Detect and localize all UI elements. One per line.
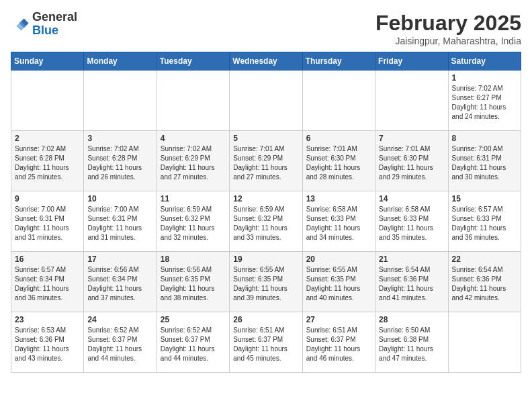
day-number: 1 <box>452 73 517 83</box>
day-info: Sunrise: 6:53 AMSunset: 6:36 PMDaylight:… <box>15 326 80 363</box>
day-info: Sunrise: 7:01 AMSunset: 6:29 PMDaylight:… <box>233 144 298 182</box>
day-info: Sunrise: 7:02 AMSunset: 6:28 PMDaylight:… <box>87 144 152 182</box>
logo-icon <box>11 15 30 34</box>
calendar-cell: 14Sunrise: 6:58 AMSunset: 6:33 PMDayligh… <box>375 191 448 252</box>
day-number: 13 <box>306 194 371 203</box>
calendar-cell: 9Sunrise: 7:00 AMSunset: 6:31 PMDaylight… <box>11 191 84 252</box>
day-info: Sunrise: 6:52 AMSunset: 6:37 PMDaylight:… <box>161 326 226 363</box>
month-title: February 2025 <box>375 11 521 36</box>
calendar-table: SundayMondayTuesdayWednesdayThursdayFrid… <box>11 52 521 373</box>
day-number: 15 <box>452 194 517 203</box>
calendar-header-row: SundayMondayTuesdayWednesdayThursdayFrid… <box>11 52 521 71</box>
calendar-cell <box>375 71 448 131</box>
day-number: 24 <box>87 315 152 324</box>
day-number: 27 <box>306 315 371 324</box>
day-info: Sunrise: 7:02 AMSunset: 6:29 PMDaylight:… <box>161 144 226 182</box>
logo-blue-text: Blue <box>32 24 58 37</box>
day-info: Sunrise: 7:01 AMSunset: 6:30 PMDaylight:… <box>379 144 444 182</box>
calendar-cell: 26Sunrise: 6:51 AMSunset: 6:37 PMDayligh… <box>230 312 302 373</box>
day-number: 7 <box>379 134 444 143</box>
calendar-cell: 24Sunrise: 6:52 AMSunset: 6:37 PMDayligh… <box>84 312 157 373</box>
calendar-cell: 6Sunrise: 7:01 AMSunset: 6:30 PMDaylight… <box>302 131 375 191</box>
day-info: Sunrise: 6:54 AMSunset: 6:36 PMDaylight:… <box>452 265 517 303</box>
calendar-week-row: 23Sunrise: 6:53 AMSunset: 6:36 PMDayligh… <box>11 312 521 373</box>
day-number: 25 <box>161 315 226 324</box>
calendar-cell <box>302 71 375 131</box>
calendar-cell <box>11 71 84 131</box>
calendar-cell: 2Sunrise: 7:02 AMSunset: 6:28 PMDaylight… <box>11 131 84 191</box>
calendar-cell: 7Sunrise: 7:01 AMSunset: 6:30 PMDaylight… <box>375 131 448 191</box>
page-header: General Blue February 2025 Jaisingpur, M… <box>11 11 521 46</box>
calendar-cell: 3Sunrise: 7:02 AMSunset: 6:28 PMDaylight… <box>84 131 157 191</box>
logo: General Blue <box>11 11 77 38</box>
location-text: Jaisingpur, Maharashtra, India <box>375 36 521 46</box>
calendar-cell: 4Sunrise: 7:02 AMSunset: 6:29 PMDaylight… <box>157 131 229 191</box>
calendar-cell <box>448 312 521 373</box>
day-info: Sunrise: 7:02 AMSunset: 6:27 PMDaylight:… <box>452 84 517 122</box>
day-info: Sunrise: 6:59 AMSunset: 6:32 PMDaylight:… <box>233 205 298 242</box>
day-number: 18 <box>161 255 226 264</box>
calendar-cell: 18Sunrise: 6:56 AMSunset: 6:35 PMDayligh… <box>157 252 229 312</box>
day-number: 16 <box>15 255 80 264</box>
day-info: Sunrise: 6:57 AMSunset: 6:33 PMDaylight:… <box>452 205 517 242</box>
calendar-cell: 13Sunrise: 6:58 AMSunset: 6:33 PMDayligh… <box>302 191 375 252</box>
calendar-cell: 1Sunrise: 7:02 AMSunset: 6:27 PMDaylight… <box>448 71 521 131</box>
day-number: 6 <box>306 134 371 143</box>
calendar-cell: 8Sunrise: 7:00 AMSunset: 6:31 PMDaylight… <box>448 131 521 191</box>
calendar-week-row: 1Sunrise: 7:02 AMSunset: 6:27 PMDaylight… <box>11 71 521 131</box>
day-info: Sunrise: 6:52 AMSunset: 6:37 PMDaylight:… <box>87 326 152 363</box>
day-number: 14 <box>379 194 444 203</box>
day-number: 10 <box>87 194 152 203</box>
day-number: 23 <box>15 315 80 324</box>
day-number: 4 <box>161 134 226 143</box>
logo-general-text: General <box>32 10 77 24</box>
day-header-saturday: Saturday <box>448 52 521 71</box>
calendar-cell: 15Sunrise: 6:57 AMSunset: 6:33 PMDayligh… <box>448 191 521 252</box>
day-info: Sunrise: 6:50 AMSunset: 6:38 PMDaylight:… <box>379 326 444 363</box>
calendar-cell: 10Sunrise: 7:00 AMSunset: 6:31 PMDayligh… <box>84 191 157 252</box>
calendar-week-row: 2Sunrise: 7:02 AMSunset: 6:28 PMDaylight… <box>11 131 521 191</box>
day-header-tuesday: Tuesday <box>157 52 229 71</box>
calendar-cell: 28Sunrise: 6:50 AMSunset: 6:38 PMDayligh… <box>375 312 448 373</box>
day-header-sunday: Sunday <box>11 52 84 71</box>
calendar-cell: 25Sunrise: 6:52 AMSunset: 6:37 PMDayligh… <box>157 312 229 373</box>
calendar-cell <box>157 71 229 131</box>
day-info: Sunrise: 6:59 AMSunset: 6:32 PMDaylight:… <box>161 205 226 242</box>
day-header-thursday: Thursday <box>302 52 375 71</box>
calendar-week-row: 9Sunrise: 7:00 AMSunset: 6:31 PMDaylight… <box>11 191 521 252</box>
day-info: Sunrise: 6:58 AMSunset: 6:33 PMDaylight:… <box>306 205 371 242</box>
day-info: Sunrise: 6:51 AMSunset: 6:37 PMDaylight:… <box>233 326 298 363</box>
day-info: Sunrise: 6:56 AMSunset: 6:35 PMDaylight:… <box>161 265 226 303</box>
day-info: Sunrise: 6:51 AMSunset: 6:37 PMDaylight:… <box>306 326 371 363</box>
day-number: 17 <box>87 255 152 264</box>
calendar-cell: 5Sunrise: 7:01 AMSunset: 6:29 PMDaylight… <box>230 131 302 191</box>
day-number: 9 <box>15 194 80 203</box>
day-info: Sunrise: 7:00 AMSunset: 6:31 PMDaylight:… <box>15 205 80 242</box>
day-info: Sunrise: 6:57 AMSunset: 6:34 PMDaylight:… <box>15 265 80 303</box>
calendar-cell: 17Sunrise: 6:56 AMSunset: 6:34 PMDayligh… <box>84 252 157 312</box>
day-header-friday: Friday <box>375 52 448 71</box>
day-number: 5 <box>233 134 298 143</box>
day-info: Sunrise: 6:54 AMSunset: 6:36 PMDaylight:… <box>379 265 444 303</box>
day-info: Sunrise: 7:00 AMSunset: 6:31 PMDaylight:… <box>87 205 152 242</box>
day-number: 8 <box>452 134 517 143</box>
day-info: Sunrise: 7:02 AMSunset: 6:28 PMDaylight:… <box>15 144 80 182</box>
calendar-week-row: 16Sunrise: 6:57 AMSunset: 6:34 PMDayligh… <box>11 252 521 312</box>
calendar-cell: 20Sunrise: 6:55 AMSunset: 6:35 PMDayligh… <box>302 252 375 312</box>
day-number: 20 <box>306 255 371 264</box>
day-header-monday: Monday <box>84 52 157 71</box>
day-info: Sunrise: 6:55 AMSunset: 6:35 PMDaylight:… <box>306 265 371 303</box>
calendar-cell: 27Sunrise: 6:51 AMSunset: 6:37 PMDayligh… <box>302 312 375 373</box>
calendar-cell <box>230 71 302 131</box>
calendar-cell <box>84 71 157 131</box>
day-number: 26 <box>233 315 298 324</box>
day-info: Sunrise: 7:01 AMSunset: 6:30 PMDaylight:… <box>306 144 371 182</box>
calendar-cell: 11Sunrise: 6:59 AMSunset: 6:32 PMDayligh… <box>157 191 229 252</box>
calendar-cell: 19Sunrise: 6:55 AMSunset: 6:35 PMDayligh… <box>230 252 302 312</box>
day-info: Sunrise: 6:58 AMSunset: 6:33 PMDaylight:… <box>379 205 444 242</box>
title-block: February 2025 Jaisingpur, Maharashtra, I… <box>375 11 521 46</box>
calendar-cell: 12Sunrise: 6:59 AMSunset: 6:32 PMDayligh… <box>230 191 302 252</box>
day-number: 19 <box>233 255 298 264</box>
day-number: 28 <box>379 315 444 324</box>
day-number: 22 <box>452 255 517 264</box>
